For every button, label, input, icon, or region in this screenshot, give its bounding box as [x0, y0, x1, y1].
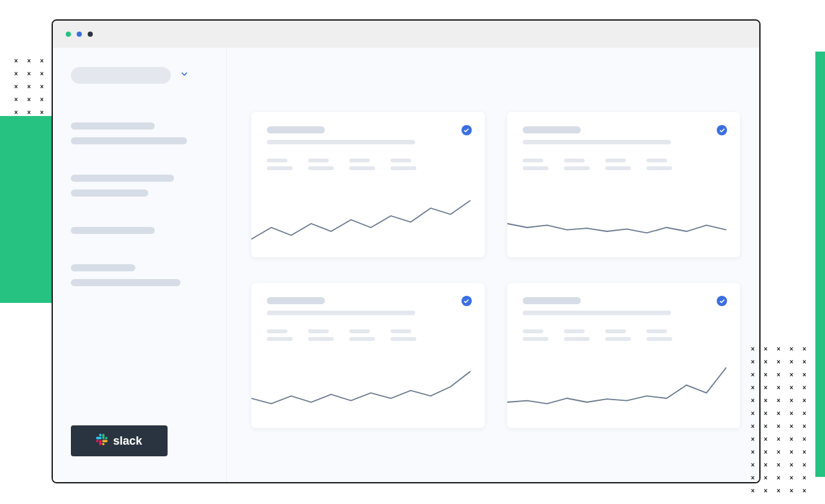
sidebar-item[interactable]	[71, 189, 148, 197]
card-stat	[646, 159, 672, 170]
metric-card[interactable]	[251, 283, 485, 428]
main-content	[227, 48, 759, 482]
sidebar-item[interactable]	[71, 279, 180, 286]
card-subtitle-placeholder	[267, 311, 415, 315]
sidebar-item[interactable]	[71, 227, 155, 234]
decorative-green-block	[0, 116, 52, 303]
sparkline-chart	[507, 351, 726, 428]
app-content: slack	[53, 48, 759, 482]
card-stat	[308, 159, 334, 170]
window-title-bar	[53, 21, 759, 48]
card-stat	[267, 159, 293, 170]
window-control-maximize-icon[interactable]	[88, 32, 93, 37]
sidebar-item[interactable]	[71, 175, 174, 182]
slack-logo-icon	[96, 434, 108, 449]
card-stats-row	[267, 159, 469, 170]
card-stat	[349, 159, 375, 170]
sidebar-item[interactable]	[71, 264, 135, 271]
sidebar-group-1	[71, 122, 208, 152]
sidebar: slack	[53, 48, 227, 482]
chevron-down-icon	[180, 70, 189, 81]
slack-button-label: slack	[113, 434, 142, 448]
sidebar-item[interactable]	[71, 122, 155, 130]
metric-card[interactable]	[507, 112, 741, 257]
card-stat	[523, 329, 548, 341]
card-stats-row	[523, 329, 725, 341]
card-grid	[251, 112, 740, 428]
sparkline-chart	[507, 180, 726, 257]
sidebar-group-2	[71, 175, 208, 204]
sidebar-group-4	[71, 264, 208, 294]
metric-card[interactable]	[251, 112, 485, 257]
card-title-placeholder	[267, 126, 325, 133]
card-title-placeholder	[523, 297, 581, 304]
card-stats-row	[523, 159, 725, 170]
window-control-minimize-icon[interactable]	[77, 32, 82, 37]
card-subtitle-placeholder	[267, 140, 415, 144]
browser-window: slack	[52, 19, 761, 483]
check-badge-icon	[461, 125, 472, 135]
card-stat	[564, 329, 590, 341]
sparkline-chart	[251, 180, 471, 257]
check-badge-icon	[461, 296, 472, 306]
card-title-placeholder	[523, 126, 581, 133]
card-stat	[267, 329, 293, 341]
window-control-close-icon[interactable]	[66, 32, 71, 37]
sidebar-item[interactable]	[71, 137, 187, 144]
sidebar-group-3	[71, 227, 208, 242]
card-stat	[391, 159, 416, 170]
check-badge-icon	[717, 125, 727, 135]
card-stat	[349, 329, 375, 341]
card-stat	[605, 159, 631, 170]
card-stat	[605, 329, 631, 341]
card-stat	[308, 329, 334, 341]
decorative-x-pattern-bottom-right: ××××××××××××××××××××××××××××××××××××××××…	[746, 343, 817, 504]
card-stat	[523, 159, 548, 170]
card-title-placeholder	[267, 297, 325, 304]
card-subtitle-placeholder	[523, 140, 671, 144]
card-stat	[391, 329, 416, 341]
slack-button[interactable]: slack	[71, 425, 168, 456]
card-stat	[564, 159, 590, 170]
check-badge-icon	[717, 296, 727, 306]
card-stat	[646, 329, 672, 341]
sidebar-dropdown[interactable]	[71, 67, 208, 84]
sparkline-chart	[251, 351, 471, 428]
metric-card[interactable]	[507, 283, 741, 428]
card-subtitle-placeholder	[523, 311, 671, 315]
sidebar-dropdown-label-placeholder	[71, 67, 171, 84]
card-stats-row	[267, 329, 469, 341]
